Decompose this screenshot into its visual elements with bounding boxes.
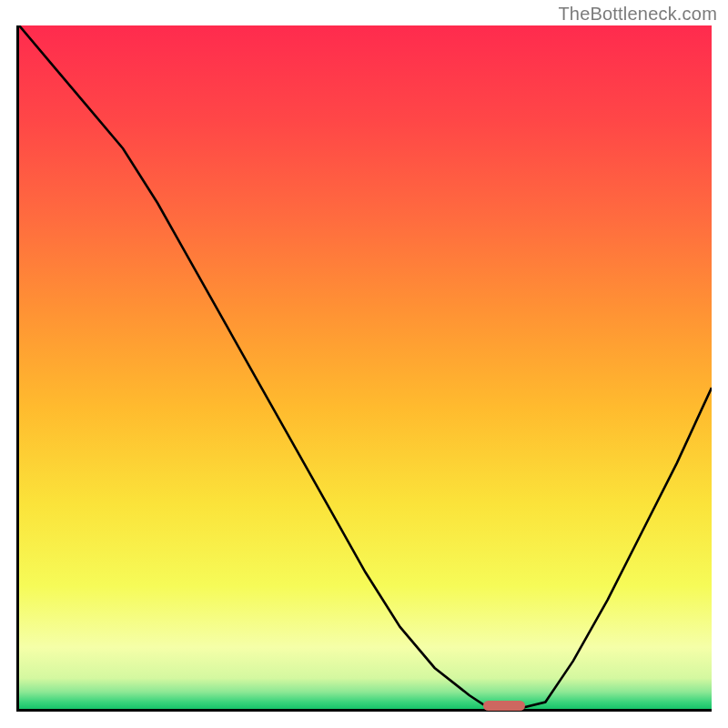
plot-area (16, 25, 712, 712)
watermark-text: TheBottleneck.com (558, 4, 717, 25)
minimum-marker (483, 701, 525, 711)
chart-container: TheBottleneck.com (0, 0, 728, 728)
bottleneck-curve (19, 25, 712, 709)
